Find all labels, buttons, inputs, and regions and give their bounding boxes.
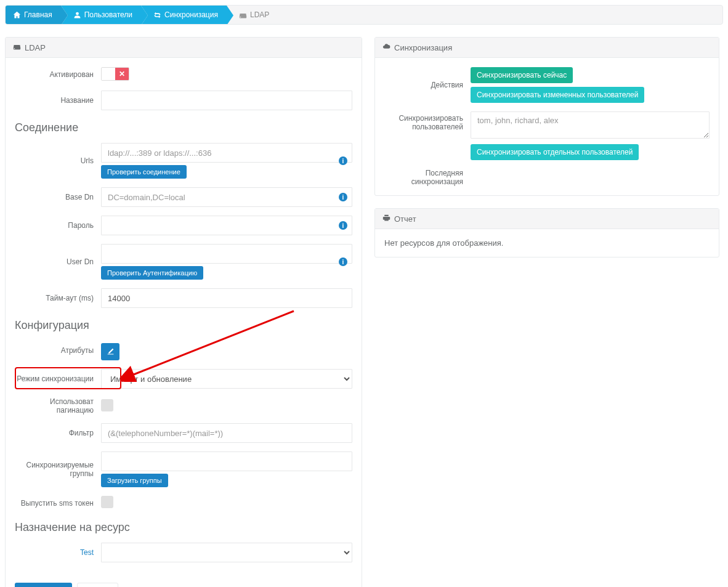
info-icon[interactable]: i xyxy=(339,221,347,230)
edit-attributes-button[interactable] xyxy=(101,343,119,360)
timeout-input[interactable] xyxy=(101,288,352,308)
config-title: Конфигурация xyxy=(15,319,352,332)
report-panel: Отчет Нет ресурсов для отображения. xyxy=(374,208,719,257)
resource-assign-title: Назначение на ресурс xyxy=(15,521,352,534)
back-button[interactable]: Назад xyxy=(77,583,118,587)
use-pagination-label: Использоват пагинацию xyxy=(15,397,101,415)
cloud-icon xyxy=(382,43,390,52)
breadcrumb-ldap: LDAP xyxy=(227,6,278,24)
issue-sms-checkbox[interactable] xyxy=(101,496,113,508)
name-label: Название xyxy=(15,96,101,105)
panel-title: Отчет xyxy=(394,214,416,224)
issue-sms-label: Выпустить sms токен xyxy=(15,499,101,508)
attributes-label: Атрибуты xyxy=(15,346,101,355)
name-input[interactable] xyxy=(101,91,352,110)
report-empty-text: Нет ресурсов для отображения. xyxy=(384,238,710,248)
basedn-input[interactable] xyxy=(101,187,352,207)
sync-panel: Синхронизация Действия Синхронизировать … xyxy=(374,37,719,196)
load-groups-button[interactable]: Загрузить группы xyxy=(101,474,168,487)
test-select[interactable] xyxy=(101,543,352,562)
print-icon xyxy=(382,214,390,224)
sync-specific-button[interactable]: Синхронизировать отдельных пользователей xyxy=(471,144,639,160)
breadcrumb-label: Синхронизация xyxy=(164,10,218,19)
sync-mode-label: Режим синхронизации xyxy=(15,374,101,383)
home-icon xyxy=(13,11,21,19)
test-label[interactable]: Test xyxy=(15,548,101,557)
last-sync-label: Последняя синхронизация xyxy=(384,169,471,186)
edit-icon xyxy=(107,347,115,357)
timeout-label: Тайм-аут (ms) xyxy=(15,294,101,302)
report-panel-heading: Отчет xyxy=(375,209,719,229)
sync-changed-button[interactable]: Синхронизировать измененных пользователе… xyxy=(471,87,644,103)
basedn-label: Base Dn xyxy=(15,193,101,201)
save-button[interactable]: Сохранить xyxy=(15,583,72,587)
sync-groups-label: Синхронизируемые группы xyxy=(15,461,101,478)
hdd-icon xyxy=(13,43,21,52)
breadcrumb: Главная Пользователи Синхронизация LDAP xyxy=(5,5,723,25)
urls-label: Urls xyxy=(15,156,101,165)
filter-input[interactable] xyxy=(101,423,352,443)
check-connection-button[interactable]: Проверить соединение xyxy=(101,165,187,179)
breadcrumb-users[interactable]: Пользователи xyxy=(61,6,141,24)
breadcrumb-label: LDAP xyxy=(250,10,269,19)
activated-label: Активирован xyxy=(15,70,101,79)
user-icon xyxy=(73,11,81,19)
activated-toggle[interactable]: ✕ xyxy=(101,67,129,81)
panel-title: Синхронизация xyxy=(394,43,452,52)
close-icon: ✕ xyxy=(115,68,129,80)
breadcrumb-label: Главная xyxy=(24,10,52,19)
panel-title: LDAP xyxy=(25,43,46,52)
use-pagination-checkbox[interactable] xyxy=(101,399,113,411)
actions-label: Действия xyxy=(384,81,471,89)
userdn-label: User Dn xyxy=(15,257,101,266)
sync-panel-heading: Синхронизация xyxy=(375,38,719,58)
sync-mode-select[interactable]: Импорт и обновление xyxy=(101,369,352,389)
check-auth-button[interactable]: Проверить Аутентификацию xyxy=(101,266,203,280)
sync-icon xyxy=(153,11,161,19)
userdn-input[interactable] xyxy=(101,244,352,264)
info-icon[interactable]: i xyxy=(339,156,347,165)
info-icon[interactable]: i xyxy=(339,257,347,266)
filter-label: Фильтр xyxy=(15,429,101,437)
connection-title: Соединение xyxy=(15,121,352,134)
info-icon[interactable]: i xyxy=(339,193,347,201)
hdd-icon xyxy=(239,11,247,19)
urls-input[interactable] xyxy=(101,143,352,163)
sync-now-button[interactable]: Синхронизировать сейчас xyxy=(471,67,573,83)
ldap-panel: LDAP Активирован ✕ Название xyxy=(5,37,362,587)
ldap-panel-heading: LDAP xyxy=(6,38,362,58)
sync-users-textarea[interactable] xyxy=(471,111,710,139)
breadcrumb-home[interactable]: Главная xyxy=(6,6,61,24)
sync-groups-input[interactable] xyxy=(101,451,352,471)
breadcrumb-sync[interactable]: Синхронизация xyxy=(141,6,227,24)
password-label: Пароль xyxy=(15,221,101,230)
sync-users-label: Синхронизировать пользователей xyxy=(384,111,471,131)
password-input[interactable] xyxy=(101,216,352,235)
breadcrumb-label: Пользователи xyxy=(84,10,132,19)
